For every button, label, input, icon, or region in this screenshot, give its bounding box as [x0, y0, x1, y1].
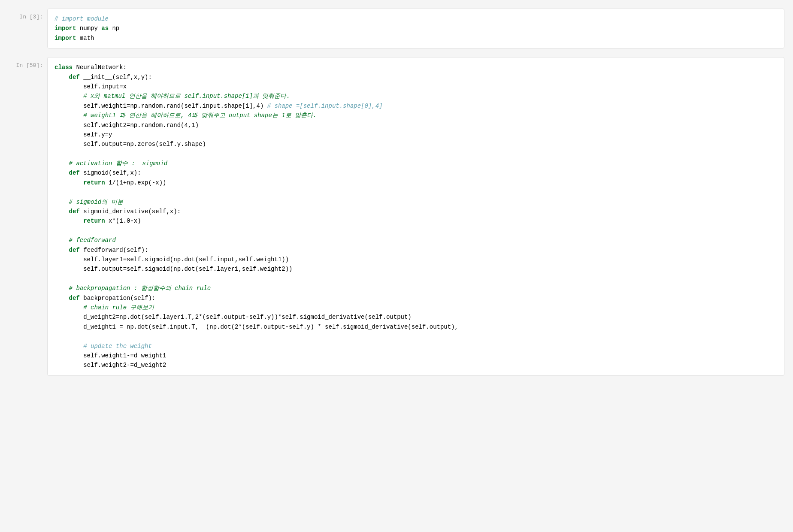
cell-1-content[interactable]: # import module import numpy as np impor…: [47, 9, 784, 48]
kw-as: as: [101, 25, 109, 32]
comment-x-matmul: # x와 matmul 연산을 해야하므로 self.input.shape[1…: [83, 93, 290, 100]
kw-def-sigmoid: def: [69, 169, 80, 176]
kw-class: class: [54, 64, 73, 71]
kw-def-backprop: def: [69, 295, 80, 302]
comment-chain-rule: # chain rule 구해보기: [83, 304, 154, 311]
comment-import-module: # import module: [54, 15, 109, 22]
cell-2-content[interactable]: class NeuralNetwork: def __init__(self,x…: [47, 57, 784, 376]
comment-backprop: # backpropagation : 합성함수의 chain rule: [69, 285, 211, 292]
comment-sigmoid-deriv: # sigmoid의 미분: [69, 199, 123, 206]
notebook-container: In [3]: # import module import numpy as …: [0, 9, 793, 376]
comment-update-weight: # update the weight: [83, 343, 152, 350]
kw-import-2: import: [54, 35, 76, 42]
cell-2: In [50]: class NeuralNetwork: def __init…: [9, 57, 784, 376]
cell-1: In [3]: # import module import numpy as …: [9, 9, 784, 48]
comment-weight1: # weight1 과 연산을 해야하므로, 4와 맞춰주고 output sh…: [83, 112, 316, 119]
comment-activation: # activation 함수 : sigmoid: [69, 160, 168, 167]
cell-1-code: # import module import numpy as np impor…: [54, 14, 777, 43]
cell-2-label: In [50]:: [9, 57, 47, 69]
kw-return-sigmoid-deriv: return: [83, 218, 105, 224]
kw-def-sigmoid-deriv: def: [69, 208, 80, 215]
kw-def-feedforward: def: [69, 247, 80, 254]
comment-shape: # shape =[self.input.shape[0],4]: [267, 103, 383, 109]
kw-import-1: import: [54, 25, 76, 32]
cell-1-label: In [3]:: [9, 9, 47, 20]
cell-2-code: class NeuralNetwork: def __init__(self,x…: [54, 63, 777, 370]
comment-feedforward: # feedforward: [69, 237, 116, 244]
kw-return-sigmoid: return: [83, 179, 105, 186]
kw-def-init: def: [69, 74, 80, 81]
